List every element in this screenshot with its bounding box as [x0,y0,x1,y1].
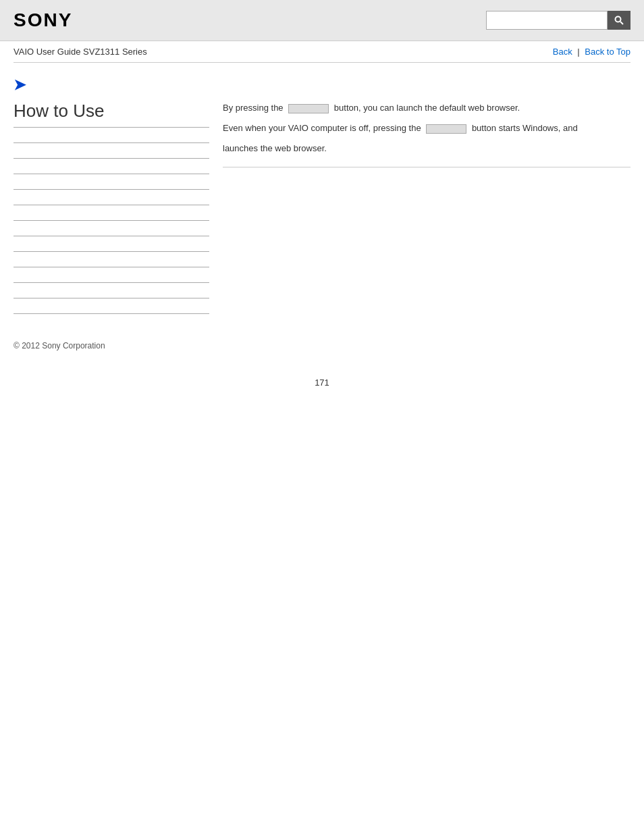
nav-bar: VAIO User Guide SVZ1311 Series Back | Ba… [0,41,644,62]
content-paragraph-3: launches the web browser. [223,141,630,156]
page-header: SONY [0,0,644,41]
list-item [14,174,209,190]
chevron-right-icon: ➤ [14,76,26,93]
nav-separator: | [577,47,579,57]
sidebar-links [14,128,209,314]
sidebar: How to Use [14,101,209,314]
search-button[interactable] [608,11,630,30]
svg-line-1 [620,22,623,24]
guide-title: VAIO User Guide SVZ1311 Series [14,47,147,57]
copyright-text: © 2012 Sony Corporation [14,341,105,350]
main-content: How to Use [0,101,644,314]
content-paragraph-2: Even when your VAIO computer is off, pre… [223,121,630,136]
content-bottom-divider [223,167,630,167]
content-text: By pressing the button, you can launch t… [223,101,630,156]
svg-point-0 [616,17,621,22]
footer-copyright: © 2012 Sony Corporation [0,314,644,364]
nav-links: Back | Back to Top [553,47,630,57]
list-item [14,283,209,298]
sony-logo: SONY [14,9,72,31]
chevron-section: ➤ [0,63,644,101]
button-image-2 [426,124,466,134]
list-item [14,221,209,236]
button-image-1 [288,104,329,113]
back-to-top-link[interactable]: Back to Top [585,47,630,57]
list-item [14,159,209,174]
content-area: By pressing the button, you can launch t… [223,101,630,314]
search-area [486,11,630,30]
list-item [14,267,209,283]
list-item [14,128,209,143]
sidebar-title: How to Use [14,101,209,128]
page-number: 171 [0,364,644,401]
search-input[interactable] [486,11,608,30]
list-item [14,298,209,314]
back-link[interactable]: Back [553,47,572,57]
search-icon [614,15,624,26]
content-paragraph-1: By pressing the button, you can launch t… [223,101,630,115]
list-item [14,205,209,221]
list-item [14,190,209,205]
list-item [14,143,209,159]
list-item [14,252,209,267]
list-item [14,236,209,252]
